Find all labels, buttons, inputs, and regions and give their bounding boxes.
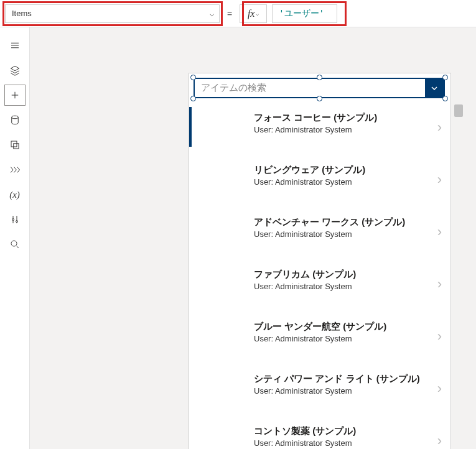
list-item-subtitle: User: Administrator System [254,125,424,134]
combobox-placeholder: アイテムの検索 [195,82,425,94]
list-item[interactable]: コントソ製薬 (サンプル)User: Administrator System› [189,414,450,449]
list-item-subtitle: User: Administrator System [254,386,424,396]
variable-icon: (x) [9,190,20,200]
resize-handle[interactable] [190,75,196,80]
resize-handle[interactable] [317,75,322,80]
formula-input[interactable]: 'ユーザー' [272,4,337,23]
list-item[interactable]: ファブリカム (サンプル)User: Administrator System› [189,257,450,310]
nav-flow[interactable] [4,159,26,180]
list-item-title: リビングウェア (サンプル) [254,164,424,176]
formula-bar: Items ⌵ = fx ⌵ 'ユーザー' [0,0,476,27]
left-nav: (x) [0,27,30,449]
media-icon [9,139,21,150]
list-item-title: アドベンチャー ワークス (サンプル) [254,216,424,228]
svg-point-5 [11,241,17,246]
hamburger-icon [9,40,21,51]
list-item-title: コントソ製薬 (サンプル) [254,425,424,437]
chevron-right-icon[interactable]: › [437,276,442,292]
list-item-title: フォース コーヒー (サンプル) [254,112,424,124]
list-item-subtitle: User: Administrator System [254,229,424,239]
list-item-subtitle: User: Administrator System [254,177,424,187]
fx-button[interactable]: fx ⌵ [240,4,267,23]
list-item[interactable]: アドベンチャー ワークス (サンプル)User: Administrator S… [189,205,450,257]
nav-variables[interactable]: (x) [4,184,26,205]
chevron-right-icon[interactable]: › [437,172,442,188]
flow-icon [9,164,21,175]
list-item-title: ブルー ヤンダー航空 (サンプル) [254,321,424,333]
svg-point-3 [12,219,14,221]
layers-icon [9,65,21,76]
chevron-right-icon[interactable]: › [437,433,442,449]
app-preview: アイテムの検索 フォース コーヒー (サンプル)User: Administra… [189,73,450,449]
chevron-down-icon: ⌵ [256,11,259,17]
nav-insert[interactable] [4,85,26,106]
data-icon [9,114,21,126]
combobox-selection: アイテムの検索 [194,78,445,98]
canvas[interactable]: アイテムの検索 フォース コーヒー (サンプル)User: Administra… [30,27,476,449]
chevron-down-icon: ⌵ [210,9,214,18]
resize-handle[interactable] [442,75,448,80]
property-select[interactable]: Items ⌵ [5,4,220,23]
chevron-down-icon [429,83,439,93]
nav-hamburger[interactable] [4,35,26,56]
list-item-subtitle: User: Administrator System [254,282,424,291]
list-item[interactable]: リビングウェア (サンプル)User: Administrator System… [189,153,450,205]
list-item-title: ファブリカム (サンプル) [254,269,424,280]
list-item-title: シティ パワー アンド ライト (サンプル) [254,373,424,385]
list-item-subtitle: User: Administrator System [254,334,424,343]
svg-rect-2 [13,144,18,149]
chevron-right-icon[interactable]: › [437,381,442,397]
nav-tree[interactable] [4,60,26,81]
search-icon [9,239,21,250]
fx-icon: fx [248,8,255,19]
scrollbar-thumb[interactable] [454,104,463,117]
chevron-right-icon[interactable]: › [437,224,442,240]
svg-point-4 [16,221,17,223]
nav-search[interactable] [4,234,26,255]
list-item[interactable]: シティ パワー アンド ライト (サンプル)User: Administrato… [189,362,450,414]
property-label: Items [12,9,32,18]
list-item[interactable]: ブルー ヤンダー航空 (サンプル)User: Administrator Sys… [189,310,450,362]
list-item[interactable]: フォース コーヒー (サンプル)User: Administrator Syst… [189,101,450,153]
gallery: フォース コーヒー (サンプル)User: Administrator Syst… [189,101,450,449]
tools-icon [9,214,21,225]
combobox-dropdown-button[interactable] [425,79,444,97]
equals-sign: = [225,9,235,19]
formula-value: 'ユーザー' [279,8,324,19]
svg-rect-1 [11,141,17,147]
nav-tools[interactable] [4,209,26,230]
chevron-right-icon[interactable]: › [437,119,442,136]
svg-point-0 [11,116,18,119]
list-item-subtitle: User: Administrator System [254,438,424,448]
plus-icon [9,90,21,101]
chevron-right-icon[interactable]: › [437,328,442,345]
nav-data[interactable] [4,109,26,131]
nav-media[interactable] [4,134,26,155]
